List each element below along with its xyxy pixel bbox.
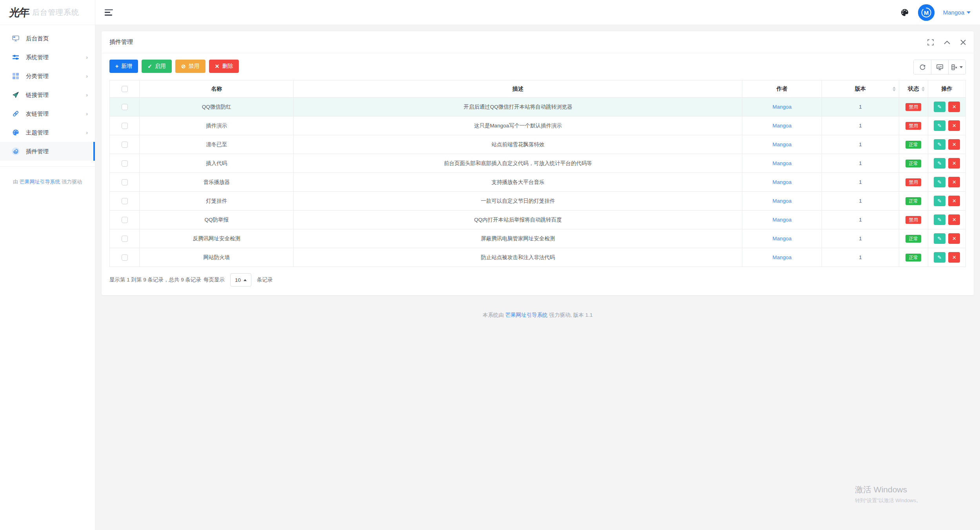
disable-button-label: 禁用 xyxy=(189,63,200,70)
toggle-view-button[interactable] xyxy=(931,60,948,74)
row-checkbox[interactable] xyxy=(122,236,128,242)
sliders-icon xyxy=(12,53,20,61)
delete-button[interactable]: ✕ 删除 xyxy=(209,60,239,73)
edit-button[interactable]: ✎ xyxy=(934,233,945,244)
sidebar-item-dashboard[interactable]: 后台首页 xyxy=(0,29,95,48)
row-checkbox[interactable] xyxy=(122,198,128,204)
row-delete-button[interactable]: ✕ xyxy=(948,196,960,206)
table-toolbar: + 新增 ✓ 启用 ⊘ 禁用 ✕ 删除 xyxy=(109,60,966,74)
row-checkbox[interactable] xyxy=(122,179,128,185)
plugin-name-cell: 插件演示 xyxy=(140,116,294,135)
table-row: QQ防举报 QQ内打开本站后举报将自动跳转百度 Mangoa 1 禁用 ✎ ✕ xyxy=(110,211,966,229)
close-icon[interactable] xyxy=(960,40,966,45)
desktop-icon xyxy=(12,34,20,42)
enable-button[interactable]: ✓ 启用 xyxy=(142,60,172,73)
row-delete-button[interactable]: ✕ xyxy=(948,102,960,112)
user-name-label: Mangoa xyxy=(943,9,964,16)
refresh-button[interactable] xyxy=(914,60,931,74)
sidebar-item-label: 后台首页 xyxy=(26,35,88,42)
sort-icon[interactable] xyxy=(922,87,925,91)
author-link[interactable]: Mangoa xyxy=(773,160,792,166)
author-link[interactable]: Mangoa xyxy=(773,179,792,185)
plugin-icon xyxy=(12,147,20,155)
sidebar-item-themes[interactable]: 主题管理 › xyxy=(0,123,95,142)
sort-icon[interactable] xyxy=(893,87,896,91)
columns-button[interactable] xyxy=(948,60,965,74)
plugin-description-cell: 站点前端雪花飘落特效 xyxy=(294,135,742,154)
plugin-author-cell: Mangoa xyxy=(742,229,822,248)
status-badge: 禁用 xyxy=(905,122,921,130)
row-checkbox[interactable] xyxy=(122,142,128,148)
plugin-version-cell: 1 xyxy=(822,248,899,267)
collapse-icon[interactable] xyxy=(944,40,950,44)
column-header-version[interactable]: 版本 xyxy=(822,80,899,98)
author-link[interactable]: Mangoa xyxy=(773,254,792,260)
author-link[interactable]: Mangoa xyxy=(773,198,792,204)
author-link[interactable]: Mangoa xyxy=(773,142,792,147)
row-delete-button[interactable]: ✕ xyxy=(948,233,960,244)
row-checkbox-cell xyxy=(110,135,140,154)
edit-button[interactable]: ✎ xyxy=(934,139,945,150)
edit-button[interactable]: ✎ xyxy=(934,196,945,206)
page-footer: 本系统由 芒果网址引导系统 强力驱动, 版本 1.1 xyxy=(95,312,980,319)
sidebar-item-system[interactable]: 系统管理 › xyxy=(0,48,95,67)
user-menu[interactable]: Mangoa xyxy=(943,9,971,16)
user-avatar[interactable]: M xyxy=(918,4,935,21)
column-header-actions: 操作 xyxy=(928,80,965,98)
edit-button[interactable]: ✎ xyxy=(934,158,945,169)
row-checkbox[interactable] xyxy=(122,217,128,223)
sidebar-item-label: 链接管理 xyxy=(26,91,86,99)
sidebar-item-links[interactable]: 链接管理 › xyxy=(0,85,95,104)
disable-button[interactable]: ⊘ 禁用 xyxy=(175,60,205,73)
sidebar-item-friend-links[interactable]: 友链管理 › xyxy=(0,104,95,123)
paper-plane-icon xyxy=(12,91,20,99)
row-delete-button[interactable]: ✕ xyxy=(948,214,960,225)
row-delete-button[interactable]: ✕ xyxy=(948,177,960,187)
row-delete-button[interactable]: ✕ xyxy=(948,252,960,263)
row-checkbox[interactable] xyxy=(122,123,128,129)
app-title: 后台管理系统 xyxy=(32,7,79,18)
author-link[interactable]: Mangoa xyxy=(773,123,792,129)
row-checkbox[interactable] xyxy=(122,160,128,167)
author-link[interactable]: Mangoa xyxy=(773,217,792,223)
sidebar-item-label: 友链管理 xyxy=(26,110,86,118)
edit-button[interactable]: ✎ xyxy=(934,120,945,131)
table-row: 灯笼挂件 一款可以自定义节日的灯笼挂件 Mangoa 1 正常 ✎ ✕ xyxy=(110,192,966,211)
row-delete-button[interactable]: ✕ xyxy=(948,120,960,131)
edit-button[interactable]: ✎ xyxy=(934,214,945,225)
edit-button[interactable]: ✎ xyxy=(934,102,945,112)
author-link[interactable]: Mangoa xyxy=(773,236,792,241)
ban-icon: ⊘ xyxy=(181,63,186,69)
sidebar-item-plugins[interactable]: 插件管理 xyxy=(0,142,95,161)
sidebar-footer-link[interactable]: 芒果网址引导系统 xyxy=(20,179,60,185)
plugin-author-cell: Mangoa xyxy=(742,211,822,229)
edit-button[interactable]: ✎ xyxy=(934,177,945,187)
add-button[interactable]: + 新增 xyxy=(109,60,138,73)
plugin-description-cell: 一款可以自定义节日的灯笼挂件 xyxy=(294,192,742,211)
page-size-select[interactable]: 10 xyxy=(230,273,251,287)
edit-button[interactable]: ✎ xyxy=(934,252,945,263)
column-header-description: 描述 xyxy=(294,80,742,98)
plugin-status-cell: 禁用 xyxy=(899,211,928,229)
column-header-status[interactable]: 状态 xyxy=(899,80,928,98)
sidebar-toggle-icon[interactable] xyxy=(105,9,113,16)
row-checkbox[interactable] xyxy=(122,104,128,110)
per-page-prefix: 每页显示 xyxy=(204,276,225,283)
plugin-author-cell: Mangoa xyxy=(742,116,822,135)
row-checkbox[interactable] xyxy=(122,254,128,261)
row-delete-button[interactable]: ✕ xyxy=(948,158,960,169)
sidebar-item-category[interactable]: 分类管理 › xyxy=(0,67,95,85)
table-row: QQ微信防红 开启后通过QQ微信打开本站将自动跳转浏览器 Mangoa 1 禁用… xyxy=(110,98,966,116)
add-button-label: 新增 xyxy=(121,63,132,70)
fullscreen-icon[interactable] xyxy=(927,39,934,45)
select-all-checkbox[interactable] xyxy=(122,86,128,92)
top-navbar: M Mangoa xyxy=(95,0,980,25)
plugin-description-cell: 前台页面头部和底部插入自定义代码，可放入统计平台的代码等 xyxy=(294,154,742,173)
theme-palette-icon[interactable] xyxy=(900,8,909,17)
sidebar-divider xyxy=(0,166,95,167)
author-link[interactable]: Mangoa xyxy=(773,104,792,110)
footer-link[interactable]: 芒果网址引导系统 xyxy=(505,312,547,318)
column-header-author: 作者 xyxy=(742,80,822,98)
columns-icon xyxy=(951,64,958,70)
row-delete-button[interactable]: ✕ xyxy=(948,139,960,150)
